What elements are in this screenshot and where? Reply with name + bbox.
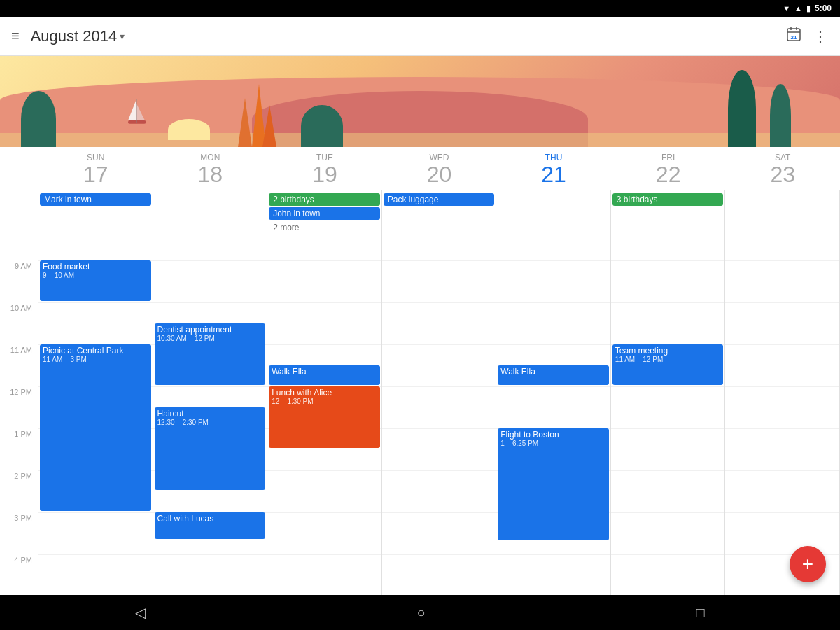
- event-mark-in-town[interactable]: Mark in town: [40, 193, 151, 206]
- event-more-tue[interactable]: 2 more: [269, 221, 380, 234]
- sun: [168, 119, 210, 140]
- illustration-header: [0, 56, 840, 147]
- tree-1: [21, 91, 56, 147]
- day-col-mon: Dentist appointment 10:30 AM – 12 PM Hai…: [153, 260, 268, 595]
- month-dropdown-arrow: ▾: [120, 31, 125, 42]
- menu-button[interactable]: ≡: [11, 28, 20, 44]
- top-bar: ≡ August 2014 ▾ 21 ⋮: [0, 17, 840, 56]
- time-label-2pm: 2 PM: [0, 470, 38, 512]
- day-header-fri: Fri 22: [611, 147, 726, 190]
- event-picnic-central-park[interactable]: Picnic at Central Park 11 AM – 3 PM: [40, 344, 151, 511]
- day-header-sun: Sun 17: [38, 147, 153, 190]
- event-3-birthdays-fri[interactable]: 3 birthdays: [612, 193, 724, 206]
- day-header-tue: Tue 19: [267, 147, 382, 190]
- event-walk-ella-tue[interactable]: Walk Ella: [269, 365, 380, 385]
- event-team-meeting[interactable]: Team meeting 11 AM – 12 PM: [612, 344, 724, 385]
- all-day-sat: [725, 190, 840, 260]
- day-col-wed: [382, 260, 497, 595]
- event-call-with-lucas[interactable]: Call with Lucas: [155, 512, 266, 539]
- recent-button[interactable]: □: [696, 605, 704, 621]
- home-button[interactable]: ○: [416, 605, 425, 621]
- day-header-sat: Sat 23: [725, 147, 840, 190]
- event-walk-ella-thu[interactable]: Walk Ella: [498, 365, 609, 385]
- all-day-mon: [153, 190, 268, 260]
- all-day-wed: Pack luggage: [382, 190, 497, 260]
- more-options-button[interactable]: ⋮: [813, 28, 829, 45]
- calendar-area: Sun 17 Mon 18 Tue 19 Wed 20 Thu 21 Fri 2…: [0, 147, 840, 595]
- time-label-10am: 10 AM: [0, 302, 38, 344]
- signal-icon: ▲: [794, 4, 802, 13]
- event-2-birthdays-tue[interactable]: 2 birthdays: [269, 193, 380, 206]
- top-bar-actions: 21 ⋮: [785, 26, 829, 47]
- time-gutter-header: [0, 147, 38, 190]
- svg-rect-7: [128, 120, 146, 124]
- time-label-1pm: 1 PM: [0, 428, 38, 470]
- time-label-11am: 11 AM: [0, 344, 38, 386]
- tree-2: [301, 105, 343, 147]
- day-header-mon: Mon 18: [153, 147, 268, 190]
- tree-4: [770, 84, 791, 147]
- event-john-in-town[interactable]: John in town: [269, 207, 380, 220]
- event-pack-luggage[interactable]: Pack luggage: [384, 193, 495, 206]
- time-label-3pm: 3 PM: [0, 512, 38, 554]
- tree-3: [728, 70, 756, 147]
- svg-marker-6: [136, 104, 145, 120]
- water: [0, 133, 840, 147]
- event-flight-to-boston[interactable]: Flight to Boston 1 – 6:25 PM: [498, 428, 609, 540]
- all-day-sun: Mark in town: [38, 190, 153, 260]
- status-bar: ▼ ▲ ▮ 5:00: [0, 0, 840, 17]
- all-day-tue: 2 birthdays John in town 2 more: [267, 190, 382, 260]
- event-dentist-appointment[interactable]: Dentist appointment 10:30 AM – 12 PM: [155, 323, 266, 385]
- month-title-text: August 2014: [31, 27, 118, 46]
- time-label-4pm: 4 PM: [0, 554, 38, 595]
- event-food-market[interactable]: Food market 9 – 10 AM: [40, 260, 151, 301]
- sailboat: [119, 98, 154, 126]
- day-header-thu: Thu 21: [496, 147, 611, 190]
- all-day-row: Mark in town 2 birthdays John in town 2 …: [0, 190, 840, 260]
- add-event-fab[interactable]: +: [790, 546, 826, 582]
- time-label-12pm: 12 PM: [0, 386, 38, 428]
- today-button[interactable]: 21: [785, 26, 802, 47]
- time-label-9am: 9 AM: [0, 260, 38, 302]
- day-header-wed: Wed 20: [382, 147, 497, 190]
- day-col-sun: Food market 9 – 10 AM Picnic at Central …: [38, 260, 153, 595]
- time-labels: 9 AM 10 AM 11 AM 12 PM 1 PM 2 PM 3 PM 4 …: [0, 260, 38, 595]
- time-grid: 9 AM 10 AM 11 AM 12 PM 1 PM 2 PM 3 PM 4 …: [0, 260, 840, 595]
- bottom-nav: ◁ ○ □: [0, 595, 840, 630]
- wifi-icon: ▼: [783, 4, 790, 13]
- back-button[interactable]: ◁: [135, 604, 146, 621]
- all-day-thu: [496, 190, 611, 260]
- svg-text:21: 21: [791, 34, 797, 41]
- event-lunch-with-alice[interactable]: Lunch with Alice 12 – 1:30 PM: [269, 386, 380, 448]
- all-day-gutter: [0, 190, 38, 260]
- all-day-fri: 3 birthdays: [611, 190, 726, 260]
- day-col-fri: Team meeting 11 AM – 12 PM: [611, 260, 726, 595]
- status-time: 5:00: [815, 4, 832, 13]
- day-headers: Sun 17 Mon 18 Tue 19 Wed 20 Thu 21 Fri 2…: [0, 147, 840, 190]
- event-haircut[interactable]: Haircut 12:30 – 2:30 PM: [155, 407, 266, 490]
- day-col-thu: Walk Ella Flight to Boston 1 – 6:25 PM: [496, 260, 611, 595]
- battery-icon: ▮: [806, 4, 811, 13]
- month-title[interactable]: August 2014 ▾: [31, 27, 125, 46]
- svg-marker-5: [128, 99, 136, 120]
- day-col-sat: [725, 260, 840, 595]
- day-col-tue: Walk Ella Lunch with Alice 12 – 1:30 PM: [267, 260, 382, 595]
